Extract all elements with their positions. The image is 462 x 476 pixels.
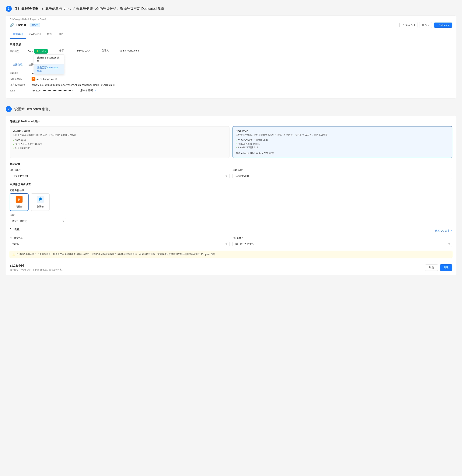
- tab-metrics[interactable]: 指标: [44, 30, 55, 39]
- cluster-id-label: 集群 ID: [10, 71, 29, 75]
- compat-value: Milvus 2.4.x: [77, 49, 90, 52]
- plan-basic-feature-3: ✓5 个 Collection: [13, 146, 226, 150]
- sub-tab-connection-info[interactable]: 连接信息: [10, 61, 25, 68]
- cloud-settings-title: 云服务提供商设置: [10, 183, 452, 186]
- tab-cluster-detail[interactable]: 集群详情: [10, 30, 26, 39]
- endpoint-label: 公共 Endpoint: [10, 83, 29, 86]
- project-label: 目标项目*: [10, 169, 230, 172]
- creator-row: 创建人 admin@zilliz.com: [102, 49, 139, 52]
- cu-type-label: CU 类型* ⓘ: [10, 237, 230, 240]
- notice-text: 升级过程中将创建 1 个全新的集群。原集群仍会保留且处于运行中的状态。原集群中的…: [16, 253, 218, 256]
- confirm-upgrade-button[interactable]: 升级: [440, 264, 452, 271]
- plan-dedicated-card[interactable]: Dedicated 适用于生产环境，提供企业级数据安全与合规、监控指标、技术支持…: [232, 126, 452, 158]
- tab-users[interactable]: 用户: [55, 30, 66, 39]
- compat-row: 兼容 Milvus 2.4.x: [59, 49, 90, 52]
- chevron-down-icon: ▾: [45, 50, 46, 53]
- cloud-provider-label: 云服务提供商: [10, 189, 452, 192]
- check-icon: ✓: [13, 147, 15, 149]
- divider: [10, 58, 452, 58]
- tencent-cloud-card[interactable]: 腾讯云: [31, 193, 50, 211]
- operate-button[interactable]: 操作 ▾: [419, 22, 432, 28]
- upgrade-form: 升级至新 Dedicated 集群 基础版（当前） 适用于探索学习向量数据库的场…: [6, 116, 456, 275]
- upgrade-menu: 升级至 Serverless 集群 升级至新 Dedicated 集群: [34, 54, 64, 74]
- cluster-info-title: 集群信息: [10, 42, 452, 46]
- step2-title: 设置新 Dedicated 集群。: [14, 106, 52, 112]
- region-label: 云服务地域: [10, 77, 29, 81]
- cu-spec-label: CU 规格*: [232, 237, 452, 240]
- plan-dedicated-feature-3: ✓99.95% 可用性 SLA: [236, 146, 449, 149]
- tencent-cloud-icon: [37, 196, 44, 204]
- notice-box: ⚠ 升级过程中将创建 1 个全新的集群。原集群仍会保留且处于运行中的状态。原集群…: [10, 251, 452, 258]
- step1-title: 前往集群详情页，在集群信息卡片中，点击集群类型右侧的升级按钮。选择升级至新 De…: [14, 6, 168, 12]
- cu-spec-select[interactable]: 1CU (¥1.25/小时): [232, 241, 452, 247]
- upgrade-menu-item-dedicated[interactable]: 升级至新 Dedicated 集群: [34, 64, 64, 74]
- cluster-type-label: 集群类型: [10, 50, 25, 53]
- check-icon: ✓: [13, 143, 15, 145]
- collection-button[interactable]: + Collection: [434, 23, 452, 28]
- region-label-form: 地域: [10, 213, 66, 217]
- copy-region-icon[interactable]: ⧉: [55, 78, 57, 80]
- plan-dedicated-title: Dedicated: [236, 129, 449, 133]
- cluster-name-label: 集群名称*: [232, 169, 452, 172]
- status-badge: 运行中: [30, 23, 40, 27]
- basic-settings-row: 目标项目* Default Project 集群名称*: [10, 169, 452, 179]
- cloud-settings-section: 云服务提供商设置 云服务提供商 阿 阿里云: [10, 183, 452, 224]
- compat-label: 兼容: [59, 49, 74, 52]
- endpoint-row: 公共 Endpoint https:// in03-xxxxxxxxxxxxxx…: [10, 83, 452, 86]
- step1-header: 1 前往集群详情页，在集群信息卡片中，点击集群类型右侧的升级按钮。选择升级至新 …: [6, 6, 456, 12]
- cluster-name-group: 集群名称*: [232, 169, 452, 179]
- external-link-icon: ↗: [450, 230, 452, 232]
- upgrade-menu-item-serverless[interactable]: 升级至 Serverless 集群: [34, 55, 64, 64]
- external-link-icon[interactable]: ↗: [94, 89, 96, 92]
- basic-settings-section: 基础设置 目标项目* Default Project 集群名称*: [10, 162, 452, 179]
- region-group: 地域 华东 1（杭州）: [10, 213, 66, 224]
- cluster-card: Zilliz's.org > Default Project > Free-01…: [6, 16, 456, 98]
- plan-dedicated-features: ✓VPC 私网连接（Private Link） ✓权限访问控制（RBAC） ✓9…: [236, 138, 449, 149]
- copy-token-icon[interactable]: ⧉: [73, 89, 74, 92]
- warning-icon: ⚠: [12, 253, 15, 256]
- cloud-provider-group: 云服务提供商 阿 阿里云: [10, 189, 452, 211]
- cu-settings-section: CU 设置 估算 CU 大小 ↗ CU 类型* ⓘ 性能型 CU 规格* 1CU…: [10, 228, 452, 247]
- check-icon: ✓: [236, 139, 238, 141]
- cu-settings-title: CU 设置: [10, 228, 19, 231]
- cluster-name-input[interactable]: [232, 173, 452, 179]
- chevron-down-icon: ▾: [428, 24, 429, 26]
- ali-cloud-card[interactable]: 阿 阿里云: [10, 193, 29, 211]
- cluster-title-row: 🔗 Free-01 运行中 ▷ 探索 API 操作 ▾ + Collection: [10, 22, 452, 28]
- cluster-type-value: Free ⚡ 升级 ▾ 升级至 Serverless 集群 升级至新 Dedic…: [28, 49, 48, 54]
- project-select[interactable]: Default Project: [10, 173, 230, 179]
- price-note: 预计费用，不包含存储、备份费用和税费。查看定价方案。: [10, 268, 64, 271]
- ali-cloud-logo-icon: A: [32, 77, 35, 81]
- region-value: A ali-cn-hangzhou ⧉: [32, 77, 57, 81]
- cancel-button[interactable]: 取消: [425, 264, 438, 271]
- region-select[interactable]: 华东 1（杭州）: [10, 218, 66, 224]
- footer-actions: 取消 升级: [425, 264, 452, 271]
- plan-basic-desc: 适用于探索学习向量数据库的场景，可轻松升级至其他付费版本。: [13, 134, 226, 137]
- cu-type-select[interactable]: 性能型: [10, 241, 230, 247]
- ali-cloud-label: 阿里云: [16, 205, 23, 208]
- footer-bar: ¥1.25/小时 预计费用，不包含存储、备份费用和税费。查看定价方案。 取消 升…: [10, 261, 452, 271]
- cu-type-group: CU 类型* ⓘ 性能型: [10, 237, 230, 247]
- check-icon: ✓: [13, 139, 15, 142]
- creator-label: 创建人: [102, 49, 117, 52]
- plan-basic-features: ✓5 GB 存储 ✓每月 250 万免费 vCU 额度 ✓5 个 Collect…: [13, 139, 226, 150]
- cu-row: CU 类型* ⓘ 性能型 CU 规格* 1CU (¥1.25/小时): [10, 237, 452, 247]
- cluster-type-row: 集群类型 Free ⚡ 升级 ▾ 升级至 Serverless 集群 升级至新 …: [10, 49, 48, 54]
- cluster-name: 🔗 Free-01 运行中: [10, 23, 40, 27]
- cluster-card-header: Zilliz's.org > Default Project > Free-01…: [6, 16, 456, 30]
- upgrade-button[interactable]: ⚡ 升级 ▾: [34, 49, 48, 54]
- check-icon: ✓: [236, 143, 238, 145]
- plan-basic-card[interactable]: 基础版（当前） 适用于探索学习向量数据库的场景，可轻松升级至其他付费版本。 ✓5…: [10, 126, 230, 158]
- tab-collection[interactable]: Collection: [26, 30, 44, 39]
- step2-circle: 2: [6, 106, 12, 112]
- plan-dedicated-feature-1: ✓VPC 私网连接（Private Link）: [236, 138, 449, 142]
- cu-spec-group: CU 规格* 1CU (¥1.25/小时): [232, 237, 452, 247]
- explore-api-button[interactable]: ▷ 探索 API: [399, 22, 418, 28]
- cu-header: CU 设置 估算 CU 大小 ↗: [10, 228, 452, 234]
- endpoint-value: https:// in03-xxxxxxxxxxxxxx.serverless.…: [32, 84, 115, 86]
- cu-calc-link[interactable]: 估算 CU 大小 ↗: [435, 229, 452, 232]
- upgrade-form-title: 升级至新 Dedicated 集群: [10, 120, 452, 123]
- cluster-body: 集群信息 集群类型 Free ⚡ 升级 ▾ 升级至 Serverless 集群: [6, 39, 456, 98]
- copy-endpoint-icon[interactable]: ⧉: [113, 84, 115, 86]
- project-group: 目标项目* Default Project: [10, 169, 230, 179]
